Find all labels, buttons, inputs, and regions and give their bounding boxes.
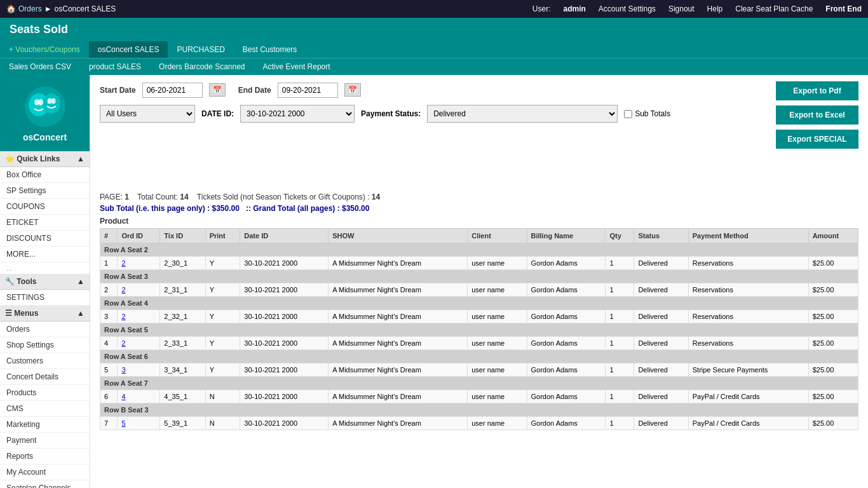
col-header-amount: Amount [808,229,858,243]
table-section-header: Row A Seat 4 [100,297,858,310]
sidebar-item-myaccount[interactable]: My Account [0,464,90,480]
sidebar-item-orders[interactable]: Orders [0,322,90,337]
subnav-best-customers[interactable]: Best Customers [234,41,306,58]
payment-status-select[interactable]: Delivered Pending All [427,105,618,123]
cell-tix-id: 2_32_1 [160,310,205,323]
account-settings-link[interactable]: Account Settings [599,4,656,13]
top-nav: 🏠 Orders ► osConcert SALES User: admin A… [0,0,868,18]
sidebar-section-tools[interactable]: 🔧 Tools ▲ [0,274,90,290]
sidebar-section-menus[interactable]: ☰ Menus ▲ [0,306,90,322]
sidebar-item-payment[interactable]: Payment [0,433,90,449]
start-date-input[interactable] [142,83,203,98]
sub-total-label: Sub Total (i.e. this page only) : [100,204,210,213]
user-name: admin [563,4,585,13]
sidebar-item-marketing[interactable]: Marketing [0,417,90,433]
subnav-osconcert-sales[interactable]: osConcert SALES [89,41,168,58]
col-header-show: SHOW [329,229,468,243]
table-body: Row A Seat 2122_30_1Y30-10-2021 2000A Mi… [100,243,858,430]
cell-payment: Stripe Secure Payments [688,363,808,377]
sidebar-item-sp-settings[interactable]: SP Settings [0,183,90,199]
subnav-vouchers[interactable]: + Vouchers/Coupons [0,41,89,58]
breadcrumb-orders[interactable]: Orders [18,4,42,13]
clear-cache-link[interactable]: Clear Seat Plan Cache [735,4,813,13]
cell-status: Delivered [634,390,688,403]
sidebar-item-concert-details[interactable]: Concert Details [0,369,90,385]
end-date-input[interactable] [278,83,338,98]
end-date-calendar-button[interactable]: 📅 [344,83,361,97]
sidebar-item-eticket[interactable]: ETICKET [0,215,90,231]
sidebar-item-settings[interactable]: SETTINGS [0,290,90,306]
table-section-header: Row B Seat 3 [100,403,858,417]
page-label: PAGE: [100,193,123,201]
cell-ord-id[interactable]: 2 [118,337,160,350]
cell-ord-id[interactable]: 2 [118,310,160,323]
subnav-purchased[interactable]: PURCHASED [168,41,233,58]
date-id-select[interactable]: 30-10-2021 2000 [240,105,355,123]
table-row: 422_33_1Y30-10-2021 2000A Midsummer Nigh… [100,337,858,350]
sidebar: osConcert ⭐ Quick Links ▲ Box Office SP … [0,75,90,488]
sub-nav: + Vouchers/Coupons osConcert SALES PURCH… [0,41,868,75]
cell-num: 6 [100,390,118,403]
subnav-active-event[interactable]: Active Event Report [254,58,339,75]
sidebar-item-coupons[interactable]: COUPONS [0,199,90,215]
col-header-print: Print [205,229,240,243]
cell-payment: Reservations [688,257,808,270]
col-header-num: # [100,229,118,243]
filter-row-1: Start Date 📅 End Date 📅 Search [100,81,858,98]
sidebar-item-reports[interactable]: Reports [0,449,90,464]
svg-point-6 [51,98,55,104]
subnav-sales-csv[interactable]: Sales Orders CSV [0,58,80,75]
cell-payment: Reservations [688,283,808,297]
cell-client: user name [468,310,527,323]
sidebar-section-quicklinks[interactable]: ⭐ Quick Links ▲ [0,151,90,167]
cell-date-id: 30-10-2021 2000 [240,363,329,377]
cell-ord-id[interactable]: 4 [118,390,160,403]
svg-point-2 [43,93,60,114]
subnav-barcode[interactable]: Orders Barcode Scanned [150,58,254,75]
data-table: # Ord ID Tix ID Print Date ID SHOW Clien… [100,228,858,430]
cell-ord-id[interactable]: 2 [118,283,160,297]
signout-link[interactable]: Signout [668,4,695,13]
sidebar-item-cms[interactable]: CMS [0,401,90,417]
front-end-link[interactable]: Front End [825,4,862,13]
cell-qty: 1 [606,257,634,270]
cell-ord-id[interactable]: 3 [118,363,160,377]
users-select[interactable]: All Users admin [100,105,195,123]
cell-billing: Gordon Adams [527,417,606,430]
cell-ord-id[interactable]: 2 [118,257,160,270]
export-special-button[interactable]: Export SPECIAL [776,130,858,149]
grand-total-label: :: Grand Total (all pages) : [246,204,340,213]
export-pdf-button[interactable]: Export to Pdf [776,81,858,100]
cell-num: 3 [100,310,118,323]
cell-date-id: 30-10-2021 2000 [240,283,329,297]
sidebar-item-products[interactable]: Products [0,385,90,401]
filter-row-2: All Users admin DATE ID: 30-10-2021 2000… [100,105,858,123]
cell-num: 2 [100,283,118,297]
cell-billing: Gordon Adams [527,283,606,297]
sidebar-item-boxoffice[interactable]: Box Office [0,167,90,183]
subnav-product-sales[interactable]: product SALES [80,58,150,75]
start-date-calendar-button[interactable]: 📅 [209,83,226,97]
breadcrumb: 🏠 Orders ► osConcert SALES [6,4,532,13]
quicklinks-label: ⭐ Quick Links [5,154,60,163]
cell-amount: $25.00 [808,283,858,297]
cell-ord-id[interactable]: 5 [118,417,160,430]
cell-status: Delivered [634,417,688,430]
sidebar-item-more[interactable]: MORE... [0,247,90,262]
user-label: User: [532,4,551,13]
cell-num: 1 [100,257,118,270]
cell-client: user name [468,257,527,270]
help-link[interactable]: Help [707,4,723,13]
sidebar-item-shop-settings[interactable]: Shop Settings [0,337,90,353]
total-count: 14 [180,193,188,201]
cell-client: user name [468,417,527,430]
cell-date-id: 30-10-2021 2000 [240,337,329,350]
sidebar-item-discounts[interactable]: DISCOUNTS [0,231,90,247]
col-header-client: Client [468,229,527,243]
sub-totals-checkbox[interactable] [624,110,632,118]
end-date-label: End Date [238,86,271,95]
cell-status: Delivered [634,337,688,350]
sidebar-item-customers[interactable]: Customers [0,353,90,369]
sidebar-item-seatplan[interactable]: Seatplan Channels [0,480,90,488]
export-excel-button[interactable]: Export to Excel [776,105,858,125]
